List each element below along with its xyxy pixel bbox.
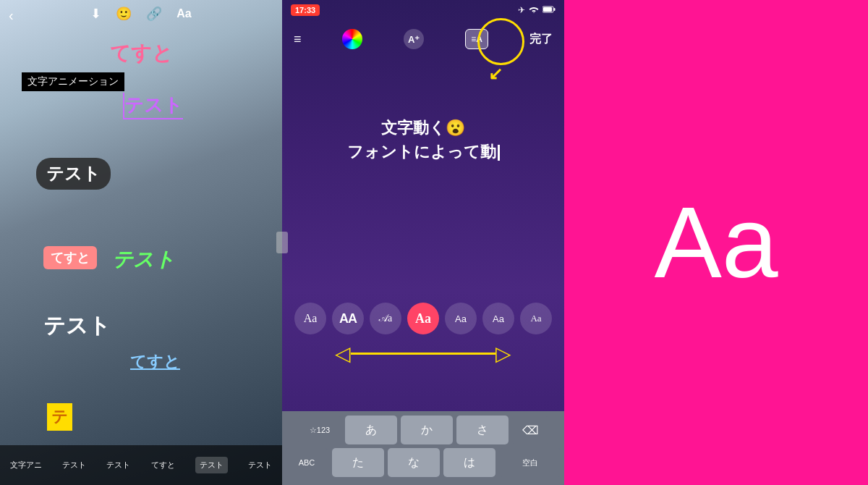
text-tesuto-blue: てすと [130, 351, 180, 373]
tab-tesuto[interactable]: てすと [151, 460, 175, 471]
svg-rect-1 [554, 8, 556, 11]
font-btn-6[interactable]: Aa [482, 303, 514, 334]
sticker-icon[interactable]: 🙂 [116, 6, 132, 22]
tab-test-4[interactable]: テスト [248, 460, 272, 471]
key-space[interactable]: 空白 [499, 448, 561, 477]
text-test-white: テスト [43, 311, 111, 341]
link-icon[interactable]: 🔗 [146, 6, 162, 22]
font-btn-2[interactable]: AA [332, 303, 364, 334]
time-display: 17:33 [291, 4, 320, 16]
keyboard-row-1: ☆123 あ か さ ⌫ [285, 416, 561, 444]
key-abc[interactable]: ABC [285, 448, 328, 477]
key-ha[interactable]: は [443, 448, 495, 477]
text-animation-button[interactable]: ≡A [465, 29, 488, 49]
key-a[interactable]: あ [345, 416, 397, 444]
yellow-arrow-annotation: ↙ [488, 64, 503, 84]
side-volume-button [276, 232, 288, 253]
key-star123[interactable]: ☆123 [298, 416, 341, 444]
aa-large-display: Aa [654, 192, 778, 293]
main-text-content: 文字動く😮 フォントによって動 [282, 116, 564, 164]
left-bottom-bar: 文字アニ テスト テスト てすと テスト テスト [0, 445, 282, 485]
right-arrow-icon: ▷ [495, 342, 511, 366]
download-icon[interactable]: ⬇ [90, 6, 101, 22]
status-bar: 17:33 ✈ [282, 0, 564, 20]
tab-test-2[interactable]: テスト [106, 460, 130, 471]
status-icons: ✈ [518, 5, 556, 16]
arrow-line [351, 353, 495, 355]
done-button[interactable]: 完了 [529, 32, 553, 47]
middle-phone: 17:33 ✈ ≡ A⁺ ≡A 完了 ↙ 文字動く😮 フォントによって動 [282, 0, 564, 485]
text-cursor [498, 145, 500, 161]
middle-toolbar: ≡ A⁺ ≡A 完了 [282, 23, 564, 55]
font-btn-3[interactable]: 𝒜a [370, 303, 401, 334]
svg-rect-2 [543, 7, 552, 12]
text-test-dark-circle: テスト [36, 158, 111, 190]
main-text-line2: フォントによって動 [282, 140, 564, 164]
wifi-icon [529, 5, 539, 16]
text-te-yellow: テ [47, 403, 72, 431]
text-test-purple: テスト [123, 93, 183, 119]
text-tesuto-pink: てすと [110, 40, 173, 67]
keyboard: ☆123 あ か さ ⌫ ABC た な [282, 411, 564, 485]
key-sa[interactable]: さ [456, 416, 509, 444]
tab-mojiани[interactable]: 文字アニ [10, 460, 42, 471]
font-btn-4[interactable]: Aa [407, 303, 439, 334]
menu-icon[interactable]: ≡ [294, 32, 302, 47]
tab-test-3[interactable]: テスト [195, 457, 228, 473]
font-button[interactable]: Aa [176, 7, 191, 20]
font-btn-5[interactable]: Aa [445, 303, 477, 334]
airplane-icon: ✈ [518, 5, 525, 15]
text-animation-box: 文字アニメーション [22, 72, 124, 91]
swipe-hint-arrows: ◁ ▷ [282, 342, 564, 366]
left-arrow-icon: ◁ [335, 342, 351, 366]
left-top-bar: ⬇ 🙂 🔗 Aa [0, 6, 282, 22]
font-size-plus-button[interactable]: A⁺ [404, 29, 424, 49]
color-wheel-button[interactable] [342, 29, 362, 49]
key-ta[interactable]: た [332, 448, 384, 477]
tab-test-1[interactable]: テスト [62, 460, 86, 471]
main-text-line1: 文字動く😮 [282, 116, 564, 140]
right-section: Aa [564, 0, 868, 485]
key-ka[interactable]: か [401, 416, 453, 444]
key-na[interactable]: な [388, 448, 440, 477]
key-delete[interactable]: ⌫ [512, 416, 548, 444]
font-selector: Aa AA 𝒜a Aa Aa Aa Aa [282, 297, 564, 340]
text-tesuto-salmon: てすと [43, 246, 97, 269]
text-test-green: テスト [112, 246, 175, 274]
font-btn-7[interactable]: Aa [520, 303, 552, 334]
keyboard-row-2: ABC た な は 空白 [285, 448, 561, 477]
font-btn-1[interactable]: Aa [294, 303, 326, 334]
left-phone: ‹ ⬇ 🙂 🔗 Aa てすと 文字アニメーション テスト テスト てすと テスト… [0, 0, 282, 485]
battery-icon [542, 5, 556, 15]
